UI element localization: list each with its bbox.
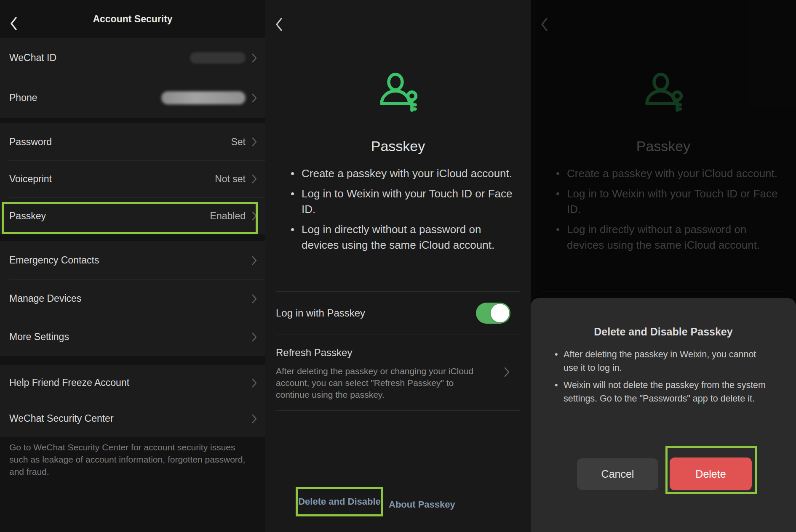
delete-confirmation-screen: Passkey Create a passkey with your iClou… [531, 0, 796, 532]
security-center-label: WeChat Security Center [9, 413, 114, 424]
delete-and-disable-link[interactable]: Delete and Disable [298, 489, 381, 514]
sheet-warning-list: After deleting the passkey in Weixin, yo… [555, 348, 767, 409]
chevron-right-icon [251, 256, 257, 265]
row-freeze-account[interactable]: Help Friend Freeze Account [0, 365, 265, 401]
wechat-passkey-screenshots: Account Security WeChat ID Phone [0, 0, 796, 532]
chevron-right-icon [251, 211, 257, 221]
row-security-center[interactable]: WeChat Security Center [0, 401, 265, 436]
chevron-right-icon [251, 93, 257, 103]
more-settings-label: More Settings [9, 331, 69, 343]
chevron-right-icon [251, 414, 257, 423]
cancel-button[interactable]: Cancel [577, 458, 658, 490]
identity-group: WeChat ID Phone [0, 38, 265, 118]
passkey-title: Passkey [531, 138, 796, 154]
back-icon[interactable] [275, 17, 283, 34]
passkey-value: Enabled [210, 210, 246, 222]
refresh-passkey-description: After deleting the passkey or changing y… [276, 365, 489, 401]
divider [276, 410, 520, 411]
divider [276, 291, 520, 292]
redacted-phone-value [161, 91, 246, 104]
chevron-right-icon [251, 332, 257, 342]
chevron-right-icon [251, 174, 257, 184]
chevron-right-icon [251, 378, 257, 388]
passkey-benefits-list: Create a passkey with your iCloud accoun… [555, 166, 779, 258]
delete-passkey-action-sheet: Delete and Disable Passkey After deletin… [531, 298, 796, 532]
manage-devices-label: Manage Devices [9, 293, 81, 304]
account-security-screen: Account Security WeChat ID Phone [0, 0, 265, 532]
passkey-label: Passkey [9, 210, 46, 222]
redacted-wechat-id-value [190, 52, 246, 64]
row-emergency-contacts[interactable]: Emergency Contacts [0, 241, 265, 279]
emergency-contacts-label: Emergency Contacts [9, 255, 99, 266]
phone-label: Phone [9, 92, 37, 104]
warning-item: After deleting the passkey in Weixin, yo… [555, 348, 767, 375]
voiceprint-label: Voiceprint [9, 173, 52, 185]
password-label: Password [9, 136, 52, 148]
chevron-right-icon [251, 294, 257, 303]
chevron-right-icon [251, 53, 257, 63]
refresh-passkey-label[interactable]: Refresh Passkey [276, 347, 352, 359]
management-group: Emergency Contacts Manage Devices More S… [0, 241, 265, 356]
toggle-knob [491, 304, 509, 322]
divider [276, 335, 520, 335]
row-passkey[interactable]: Passkey Enabled [0, 197, 265, 234]
security-center-note: Go to WeChat Security Center for account… [9, 441, 253, 478]
delete-button[interactable]: Delete [670, 458, 752, 490]
row-manage-devices[interactable]: Manage Devices [0, 279, 265, 318]
voiceprint-value: Not set [215, 173, 246, 185]
passkey-icon [376, 71, 420, 116]
benefit-item: Log in to Weixin with your Touch ID or F… [290, 186, 514, 217]
chevron-right-icon[interactable] [504, 367, 510, 379]
account-security-header: Account Security [0, 0, 265, 38]
row-wechat-id[interactable]: WeChat ID [0, 38, 265, 78]
benefit-item: Create a passkey with your iCloud accoun… [290, 166, 514, 181]
passkey-screen: Passkey Create a passkey with your iClou… [265, 0, 531, 532]
benefit-item: Log in directly without a password on de… [290, 222, 514, 253]
help-group: Help Friend Freeze Account WeChat Securi… [0, 365, 265, 437]
row-voiceprint[interactable]: Voiceprint Not set [0, 160, 265, 197]
chevron-right-icon [251, 137, 257, 146]
about-passkey-link[interactable]: About Passkey [389, 499, 455, 510]
passkey-icon [641, 71, 685, 116]
passkey-benefits-list: Create a passkey with your iCloud accoun… [290, 166, 514, 258]
benefit-item: Log in directly without a password on de… [555, 222, 779, 253]
row-more-settings[interactable]: More Settings [0, 318, 265, 356]
divider [541, 291, 785, 292]
page-title: Account Security [0, 0, 265, 38]
row-password[interactable]: Password Set [0, 123, 265, 160]
back-icon [540, 17, 548, 34]
warning-item: Weixin will not delete the passkey from … [555, 378, 767, 405]
wechat-id-label: WeChat ID [9, 52, 56, 64]
freeze-account-label: Help Friend Freeze Account [9, 377, 129, 388]
benefit-item: Create a passkey with your iCloud accoun… [555, 166, 779, 181]
row-phone[interactable]: Phone [0, 78, 265, 118]
passkey-title: Passkey [265, 138, 531, 154]
sheet-title: Delete and Disable Passkey [531, 326, 796, 338]
benefit-item: Log in to Weixin with your Touch ID or F… [555, 186, 779, 217]
login-with-passkey-toggle[interactable] [476, 303, 510, 324]
credentials-group: Password Set Voiceprint Not set Passkey … [0, 123, 265, 234]
login-toggle-label: Log in with Passkey [276, 307, 365, 319]
password-value: Set [231, 136, 246, 148]
